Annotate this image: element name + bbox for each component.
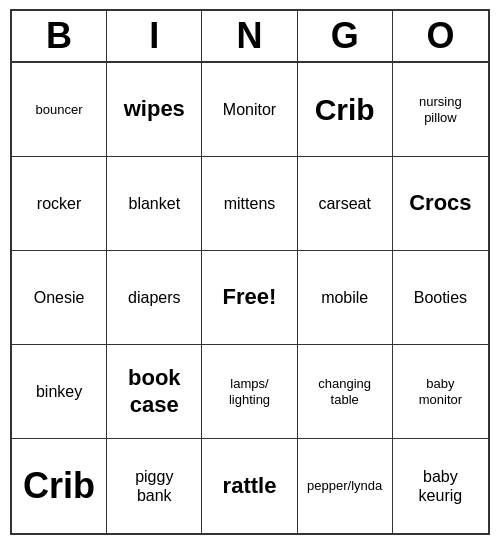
cell-text: diapers: [128, 288, 180, 307]
cell-text: Free!: [223, 284, 277, 310]
bingo-cell: Crib: [12, 439, 107, 533]
bingo-cell: Free!: [202, 251, 297, 345]
cell-text: Crocs: [409, 190, 471, 216]
bingo-cell: wipes: [107, 63, 202, 157]
cell-text: nursing pillow: [419, 94, 462, 125]
cell-text: blanket: [128, 194, 180, 213]
cell-text: changing table: [318, 376, 371, 407]
header-letter: G: [298, 11, 393, 61]
bingo-cell: blanket: [107, 157, 202, 251]
bingo-cell: nursing pillow: [393, 63, 488, 157]
cell-text: Monitor: [223, 100, 276, 119]
bingo-header: BINGO: [12, 11, 488, 63]
header-letter: B: [12, 11, 107, 61]
bingo-cell: bouncer: [12, 63, 107, 157]
cell-text: mittens: [224, 194, 276, 213]
cell-text: Crib: [23, 464, 95, 507]
cell-text: lamps/ lighting: [229, 376, 270, 407]
bingo-cell: Booties: [393, 251, 488, 345]
bingo-cell: Crib: [298, 63, 393, 157]
cell-text: baby monitor: [419, 376, 462, 407]
bingo-cell: Crocs: [393, 157, 488, 251]
cell-text: baby keurig: [419, 467, 463, 505]
bingo-cell: mobile: [298, 251, 393, 345]
cell-text: mobile: [321, 288, 368, 307]
cell-text: book case: [128, 365, 181, 418]
bingo-cell: changing table: [298, 345, 393, 439]
bingo-cell: rocker: [12, 157, 107, 251]
header-letter: N: [202, 11, 297, 61]
bingo-cell: mittens: [202, 157, 297, 251]
cell-text: binkey: [36, 382, 82, 401]
cell-text: rattle: [223, 473, 277, 499]
cell-text: piggy bank: [135, 467, 173, 505]
bingo-grid: bouncerwipesMonitorCribnursing pillowroc…: [12, 63, 488, 533]
bingo-cell: pepper/lynda: [298, 439, 393, 533]
cell-text: bouncer: [36, 102, 83, 118]
bingo-cell: rattle: [202, 439, 297, 533]
bingo-cell: lamps/ lighting: [202, 345, 297, 439]
cell-text: carseat: [318, 194, 370, 213]
cell-text: pepper/lynda: [307, 478, 382, 494]
bingo-cell: binkey: [12, 345, 107, 439]
header-letter: O: [393, 11, 488, 61]
cell-text: Crib: [315, 92, 375, 128]
bingo-cell: piggy bank: [107, 439, 202, 533]
bingo-cell: carseat: [298, 157, 393, 251]
cell-text: rocker: [37, 194, 81, 213]
bingo-cell: Monitor: [202, 63, 297, 157]
bingo-cell: baby keurig: [393, 439, 488, 533]
cell-text: Booties: [414, 288, 467, 307]
bingo-cell: Onesie: [12, 251, 107, 345]
cell-text: Onesie: [34, 288, 85, 307]
bingo-cell: diapers: [107, 251, 202, 345]
bingo-cell: baby monitor: [393, 345, 488, 439]
cell-text: wipes: [124, 96, 185, 122]
header-letter: I: [107, 11, 202, 61]
bingo-card: BINGO bouncerwipesMonitorCribnursing pil…: [10, 9, 490, 535]
bingo-cell: book case: [107, 345, 202, 439]
